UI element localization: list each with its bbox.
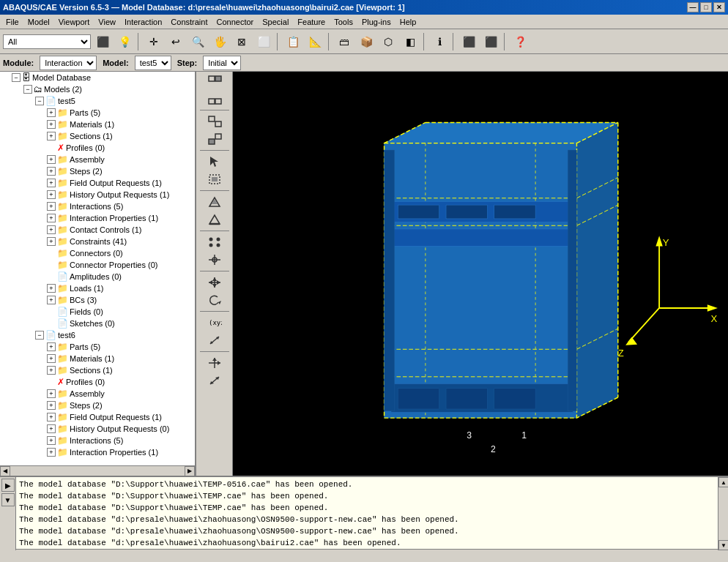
tree-expander-test5[interactable]: − [35, 97, 44, 105]
tree-expander-steps6[interactable]: + [47, 401, 56, 410]
tree-item-assembly6[interactable]: + 📁 Assembly [0, 388, 195, 400]
toolbar-btn-1[interactable]: ⬛ [92, 31, 113, 52]
tree-expander-models[interactable]: − [23, 85, 32, 94]
tree-item-parts6[interactable]: + 📁 Parts (5) [0, 341, 195, 353]
side-btn-edge[interactable] [198, 211, 231, 228]
side-btn-scale[interactable] [198, 372, 231, 389]
model-select[interactable]: test5 [135, 56, 171, 70]
tree-item-connectors[interactable]: 📁 Connectors (0) [0, 247, 195, 259]
tree-item-assembly[interactable]: + 📁 Assembly [0, 154, 195, 165]
toolbar-render[interactable]: 📦 [356, 31, 376, 52]
log-scroll-up[interactable]: ▲ [718, 477, 728, 487]
tree-expander-intprops6[interactable]: + [47, 448, 56, 457]
tree-expander-test6[interactable]: − [35, 331, 44, 340]
module-select[interactable]: Interaction [40, 56, 97, 70]
menu-constraint[interactable]: Constraint [166, 15, 212, 29]
menu-model[interactable]: Model [23, 15, 54, 29]
tree-expander-assembly6[interactable]: + [47, 389, 56, 398]
toolbar-info[interactable]: ℹ [429, 31, 450, 52]
toolbar-back[interactable]: ↩ [166, 31, 186, 52]
side-btn-vertex[interactable] [198, 234, 231, 250]
side-btn-select2[interactable] [198, 91, 231, 107]
tree-expander-intprops[interactable]: + [47, 214, 56, 222]
toolbar-fit[interactable]: ⊠ [231, 31, 252, 52]
side-btn-face[interactable] [198, 194, 231, 210]
step-select[interactable]: Initial [203, 56, 241, 70]
toolbar-bc[interactable]: 📋 [283, 31, 303, 52]
viewport[interactable]: Y X Z 2 1 3 [233, 72, 728, 476]
log-scroll-down[interactable]: ▼ [718, 540, 728, 550]
tree-item-test5[interactable]: − 📄 test5 [0, 95, 195, 107]
tree-item-field6[interactable]: + 📁 Field Output Requests (1) [0, 411, 195, 423]
log-side-btn-2[interactable]: ▼ [1, 493, 15, 506]
tree-item-history-output[interactable]: + 📁 History Output Requests (1) [0, 189, 195, 201]
side-btn-datum[interactable] [198, 252, 231, 268]
toolbar-wire[interactable]: ⬡ [378, 31, 398, 52]
h-scroll-track[interactable] [10, 466, 185, 476]
toolbar-view1[interactable]: ⬛ [458, 31, 479, 52]
menu-viewport[interactable]: Viewport [54, 15, 94, 29]
menu-plugins[interactable]: Plug-ins [357, 15, 395, 29]
filter-select[interactable]: All [3, 34, 91, 49]
menu-tools[interactable]: Tools [330, 15, 357, 29]
toolbar-select[interactable]: ⬜ [253, 31, 274, 52]
minimize-button[interactable]: — [687, 2, 699, 12]
side-btn-transform2[interactable] [198, 355, 231, 371]
menu-interaction[interactable]: Interaction [120, 15, 166, 29]
h-scrollbar[interactable]: ◀ ▶ [0, 465, 195, 476]
tree-expander-interactions6[interactable]: + [47, 436, 56, 445]
side-btn-select-region[interactable] [198, 73, 231, 89]
tree-item-test6[interactable]: − 📄 test6 [0, 329, 195, 341]
tree-item-fields[interactable]: 📄 Fields (0) [0, 306, 195, 318]
menu-connector[interactable]: Connector [212, 15, 258, 29]
tree-expander-parts[interactable]: + [47, 108, 56, 117]
toolbar-pan[interactable]: 🖐 [209, 31, 230, 52]
tree-item-sketches[interactable]: 📄 Sketches (0) [0, 318, 195, 329]
maximize-button[interactable]: □ [700, 2, 712, 12]
tree-item-bcs[interactable]: + 📁 BCs (3) [0, 294, 195, 306]
tree-item-materials[interactable]: + 📁 Materials (1) [0, 119, 195, 130]
tree-item-steps6[interactable]: + 📁 Steps (2) [0, 400, 195, 411]
tree-item-interaction-props[interactable]: + 📁 Interaction Properties (1) [0, 212, 195, 224]
tree-item-contact-controls[interactable]: + 📁 Contact Controls (1) [0, 224, 195, 236]
tree-expander-bcs[interactable]: + [47, 296, 56, 304]
tree-item-profiles[interactable]: ✗ Profiles (0) [0, 142, 195, 154]
toolbar-shade[interactable]: ◧ [400, 31, 420, 52]
toolbar-3d[interactable]: 🗃 [334, 31, 354, 52]
tree-item-loads[interactable]: + 📁 Loads (1) [0, 282, 195, 294]
tree-expander-loads[interactable]: + [47, 284, 56, 293]
tree-item-parts[interactable]: + 📁 Parts (5) [0, 107, 195, 119]
tree-item-sections[interactable]: + 📁 Sections (1) [0, 130, 195, 142]
tree-expander-constraints[interactable]: + [47, 237, 56, 246]
toolbar-section[interactable]: 📐 [305, 31, 325, 52]
close-button[interactable]: ✕ [713, 2, 725, 12]
tree-item-materials6[interactable]: + 📁 Materials (1) [0, 353, 195, 364]
tree-item-constraints[interactable]: + 📁 Constraints (41) [0, 236, 195, 247]
menu-feature[interactable]: Feature [293, 15, 330, 29]
toolbar-move[interactable]: ✛ [144, 31, 164, 52]
menu-help[interactable]: Help [395, 15, 421, 29]
tree-item-field-output[interactable]: + 📁 Field Output Requests (1) [0, 177, 195, 189]
tree-expander-interactions[interactable]: + [47, 202, 56, 211]
tree-expander-field6[interactable]: + [47, 413, 56, 422]
menu-file[interactable]: File [1, 15, 23, 29]
side-btn-rotate[interactable] [198, 292, 231, 308]
tree-item-connector-props[interactable]: 📁 Connector Properties (0) [0, 259, 195, 271]
tree-expander-materials6[interactable]: + [47, 354, 56, 363]
side-btn-arrow[interactable] [198, 154, 231, 170]
log-side-btn-1[interactable]: ▶ [1, 479, 15, 492]
side-btn-4[interactable] [198, 131, 231, 147]
tree-item-sections6[interactable]: + 📁 Sections (1) [0, 364, 195, 376]
h-scroll-left[interactable]: ◀ [0, 466, 10, 476]
tree-expander-root[interactable]: − [12, 73, 21, 82]
tree-expander-history6[interactable]: + [47, 424, 56, 433]
side-btn-translate[interactable] [198, 274, 231, 291]
tree-item-models[interactable]: − 🗂 Models (2) [0, 83, 195, 95]
log-scroll-track[interactable] [718, 487, 728, 540]
side-btn-arrows2[interactable] [198, 332, 231, 348]
tree-item-interactions[interactable]: + 📁 Interactions (5) [0, 201, 195, 212]
side-btn-3[interactable] [198, 113, 231, 130]
tree-item-interactions6[interactable]: + 📁 Interactions (5) [0, 435, 195, 446]
toolbar-query[interactable]: ❓ [510, 31, 530, 52]
tree-expander-history[interactable]: + [47, 190, 56, 199]
